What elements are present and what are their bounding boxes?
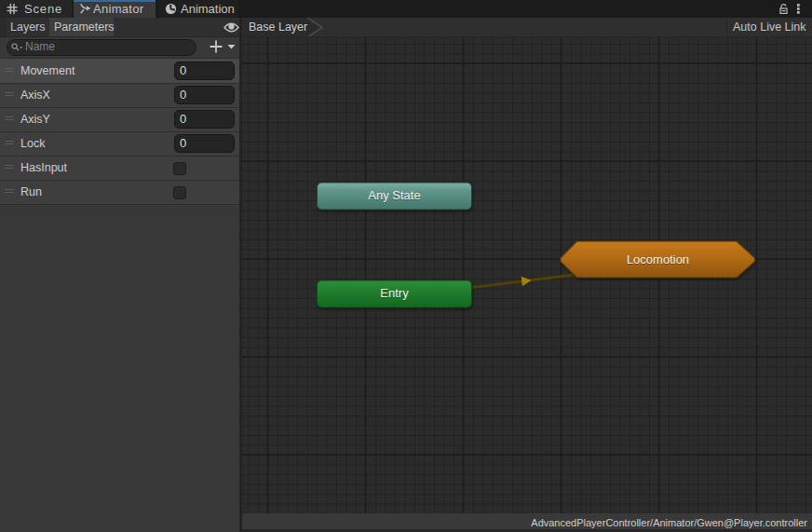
svg-text:Any State: Any State bbox=[368, 188, 420, 202]
svg-text:Entry: Entry bbox=[380, 286, 409, 300]
svg-text:Locomotion: Locomotion bbox=[627, 252, 689, 266]
